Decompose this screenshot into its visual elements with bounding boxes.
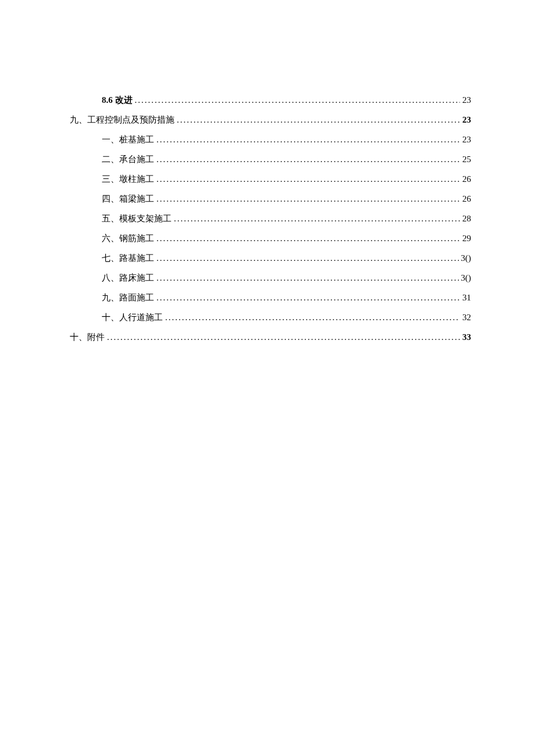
toc-label: 十、附件 <box>70 330 105 344</box>
toc-leader <box>156 152 460 166</box>
toc-label: 二、承台施工 <box>102 152 154 166</box>
toc-page: 28 <box>462 212 471 225</box>
toc-entry: 二、承台施工25 <box>70 152 471 166</box>
toc-entry: 十、人行道施工32 <box>70 310 471 324</box>
toc-entry: 一、桩基施工23 <box>70 132 471 146</box>
toc-entry: 八、路床施工3() <box>70 271 471 285</box>
toc-label: 六、钢筋施工 <box>102 231 154 245</box>
toc-page: 29 <box>462 231 471 245</box>
table-of-contents: 8.6 改进23九、工程控制点及预防措施23一、桩基施工23二、承台施工25三、… <box>70 93 471 344</box>
toc-page: 33 <box>462 330 471 344</box>
toc-page: 26 <box>462 192 471 206</box>
toc-page: 23 <box>462 132 471 146</box>
toc-label: 十、人行道施工 <box>102 310 163 324</box>
toc-label: 五、模板支架施工 <box>102 212 172 225</box>
toc-entry: 九、工程控制点及预防措施23 <box>70 113 471 127</box>
toc-label: 八、路床施工 <box>102 271 154 285</box>
toc-label: 一、桩基施工 <box>102 132 154 146</box>
toc-label: 8.6 改进 <box>102 93 133 107</box>
toc-leader <box>156 231 460 245</box>
toc-leader <box>135 93 461 107</box>
toc-page: 25 <box>462 152 471 166</box>
toc-entry: 三、墩柱施工26 <box>70 172 471 186</box>
toc-label: 九、路面施工 <box>102 291 154 304</box>
toc-leader <box>156 291 460 304</box>
toc-page: 3() <box>461 271 472 285</box>
toc-page: 32 <box>462 310 471 324</box>
toc-entry: 五、模板支架施工28 <box>70 212 471 225</box>
toc-entry: 8.6 改进23 <box>70 93 471 107</box>
toc-leader <box>156 251 459 265</box>
toc-entry: 九、路面施工31 <box>70 291 471 304</box>
toc-label: 三、墩柱施工 <box>102 172 154 186</box>
toc-leader <box>107 330 460 344</box>
toc-page: 3() <box>461 251 472 265</box>
toc-label: 四、箱梁施工 <box>102 192 154 206</box>
toc-leader <box>174 212 460 225</box>
toc-page: 26 <box>462 172 471 186</box>
toc-entry: 七、路基施工3() <box>70 251 471 265</box>
toc-page: 23 <box>462 113 471 127</box>
toc-leader <box>156 172 460 186</box>
toc-page: 23 <box>462 93 471 107</box>
toc-entry: 四、箱梁施工26 <box>70 192 471 206</box>
toc-leader <box>165 310 460 324</box>
toc-label: 七、路基施工 <box>102 251 154 265</box>
toc-label: 九、工程控制点及预防措施 <box>70 113 174 127</box>
toc-leader <box>156 271 459 285</box>
toc-page: 31 <box>462 291 471 304</box>
toc-leader <box>177 113 460 127</box>
toc-entry: 六、钢筋施工29 <box>70 231 471 245</box>
toc-leader <box>156 192 460 206</box>
toc-leader <box>156 132 460 146</box>
toc-entry: 十、附件33 <box>70 330 471 344</box>
